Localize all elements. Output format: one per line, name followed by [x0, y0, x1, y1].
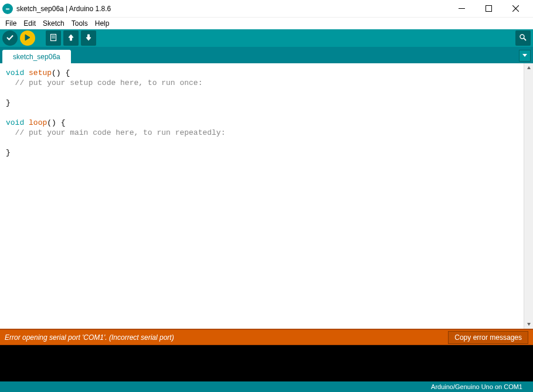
- tab-bar: sketch_sep06a: [0, 47, 533, 63]
- svg-line-12: [524, 38, 526, 40]
- menu-sketch[interactable]: Sketch: [40, 19, 67, 28]
- open-button[interactable]: [63, 30, 79, 46]
- arrow-down-icon: [84, 33, 93, 43]
- svg-marker-15: [527, 323, 531, 326]
- toolbar: [0, 29, 533, 47]
- save-button[interactable]: [81, 30, 96, 46]
- svg-rect-5: [51, 34, 56, 40]
- svg-marker-4: [25, 35, 30, 40]
- close-button[interactable]: [507, 2, 524, 15]
- window-title: sketch_sep06a | Arduino 1.8.6: [16, 5, 111, 13]
- svg-rect-1: [486, 6, 491, 12]
- menu-help[interactable]: Help: [92, 19, 113, 28]
- svg-marker-13: [522, 54, 527, 57]
- chevron-down-icon: [522, 52, 528, 60]
- copy-error-button[interactable]: Copy error messages: [448, 331, 528, 344]
- error-message: Error opening serial port 'COM1'. (Incor…: [5, 333, 448, 342]
- scroll-up-arrow[interactable]: [524, 63, 533, 73]
- svg-rect-0: [459, 8, 465, 9]
- magnifier-icon: [519, 33, 527, 43]
- tab-menu-button[interactable]: [519, 50, 531, 62]
- window-controls: [453, 2, 531, 15]
- menu-file[interactable]: File: [2, 19, 19, 28]
- menu-edit[interactable]: Edit: [21, 19, 39, 28]
- minimize-button[interactable]: [453, 2, 470, 15]
- scroll-track[interactable]: [524, 73, 533, 319]
- editor-container: void setup() { // put your setup code he…: [0, 63, 533, 329]
- arrow-up-icon: [67, 33, 75, 43]
- menu-bar: File Edit Sketch Tools Help: [0, 18, 533, 29]
- check-icon: [6, 33, 14, 43]
- upload-button[interactable]: [20, 30, 35, 46]
- console-output[interactable]: [0, 345, 533, 381]
- maximize-button[interactable]: [480, 2, 497, 15]
- menu-tools[interactable]: Tools: [69, 19, 91, 28]
- verify-button[interactable]: [2, 30, 18, 46]
- new-button[interactable]: [46, 30, 61, 46]
- svg-point-11: [520, 35, 524, 39]
- serial-monitor-button[interactable]: [515, 30, 531, 46]
- board-status: Arduino/Genuino Uno on COM1: [431, 383, 522, 390]
- file-icon: [49, 33, 57, 43]
- error-bar: Error opening serial port 'COM1'. (Incor…: [0, 329, 533, 345]
- vertical-scrollbar[interactable]: [524, 63, 533, 329]
- arduino-logo-icon: ∞: [2, 4, 13, 14]
- sketch-tab[interactable]: sketch_sep06a: [2, 50, 71, 63]
- title-bar: ∞ sketch_sep06a | Arduino 1.8.6: [0, 0, 533, 18]
- svg-marker-9: [69, 35, 73, 40]
- code-editor[interactable]: void setup() { // put your setup code he…: [0, 63, 524, 329]
- svg-marker-10: [86, 35, 91, 40]
- status-bar: Arduino/Genuino Uno on COM1: [0, 381, 533, 392]
- arrow-right-icon: [23, 33, 32, 43]
- scroll-down-arrow[interactable]: [524, 319, 533, 329]
- svg-marker-14: [527, 66, 531, 69]
